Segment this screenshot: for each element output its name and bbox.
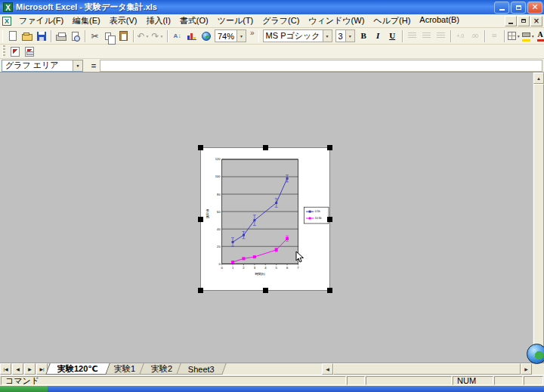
- standard-overflow-button[interactable]: »: [248, 29, 257, 37]
- copy-button[interactable]: [102, 29, 116, 43]
- align-left-icon: [408, 32, 416, 39]
- selection-handle-s[interactable]: [263, 288, 268, 293]
- menu-item-9[interactable]: Acrobat(B): [415, 14, 464, 28]
- menu-item-5[interactable]: ツール(T): [213, 14, 258, 28]
- name-box-dropdown-icon[interactable]: ▼: [73, 60, 82, 71]
- toolbar-grip-2[interactable]: [258, 30, 259, 42]
- undo-button: ↶▼: [136, 29, 150, 43]
- convert-to-adobe-pdf-and-email-button[interactable]: [22, 45, 36, 58]
- vertical-scrollbar-thumb[interactable]: [533, 84, 544, 351]
- selection-handle-e[interactable]: [327, 217, 332, 222]
- font-size-combo[interactable]: 3 ▼: [335, 29, 355, 42]
- workbook-close-button[interactable]: ×: [530, 16, 542, 26]
- restore-button[interactable]: [511, 2, 526, 14]
- horizontal-scrollbar-thumb[interactable]: [333, 363, 521, 375]
- svg-text:5: 5: [276, 266, 278, 270]
- decrease-decimal-button: .00: [468, 29, 482, 43]
- zoom-combo[interactable]: 74% ▼: [215, 29, 246, 42]
- toolbar-separator: [504, 30, 505, 42]
- convert-to-adobe-pdf-button[interactable]: [8, 45, 22, 58]
- chart-wizard-button[interactable]: [184, 29, 199, 43]
- font-color-button[interactable]: A▼: [536, 29, 544, 43]
- sheet-tab-label: 実験2: [151, 363, 172, 375]
- redo-dropdown-icon: ▼: [160, 34, 164, 39]
- font-size-dropdown-icon[interactable]: ▼: [345, 30, 354, 42]
- menu-item-1[interactable]: 編集(E): [68, 14, 105, 28]
- vertical-scrollbar[interactable]: ▲ ▼: [533, 73, 544, 363]
- start-button-fragment[interactable]: [0, 386, 48, 392]
- selection-handle-sw[interactable]: [198, 288, 203, 293]
- sheet-tab-label: 実験1: [114, 363, 135, 375]
- status-panel-1: [366, 376, 452, 385]
- formula-input[interactable]: [100, 60, 542, 72]
- cut-icon: ✂: [91, 32, 98, 41]
- menu-item-4[interactable]: 書式(O): [175, 14, 213, 28]
- chart-object[interactable]: 020406080100120012345670.5h10.5h測定値時間(h): [198, 145, 332, 293]
- first-sheet-button[interactable]: |◀: [0, 363, 11, 375]
- scroll-up-button[interactable]: ▲: [533, 73, 544, 84]
- svg-text:7: 7: [297, 266, 299, 270]
- toolbar-separator: [167, 30, 168, 42]
- underline-button[interactable]: U: [385, 29, 400, 43]
- selection-handle-w[interactable]: [198, 217, 203, 222]
- toolbar-row-2: [0, 45, 544, 59]
- chart-svg[interactable]: 020406080100120012345670.5h10.5h測定値時間(h): [201, 148, 329, 290]
- borders-button[interactable]: ▼: [507, 29, 521, 43]
- zoom-dropdown-icon[interactable]: ▼: [236, 30, 246, 42]
- workbook-restore-button[interactable]: [518, 16, 530, 26]
- acrobat-toolbar-grip[interactable]: [2, 45, 5, 57]
- drawing-button[interactable]: [199, 29, 213, 43]
- save-button[interactable]: [34, 29, 48, 43]
- print-button[interactable]: [54, 29, 68, 43]
- scroll-right-button[interactable]: ▶: [521, 363, 532, 375]
- prev-sheet-button[interactable]: ◀: [12, 363, 23, 375]
- workbook-minimize-button[interactable]: [505, 16, 517, 26]
- taskbar-fragment[interactable]: [48, 386, 544, 392]
- new-document-icon: [9, 31, 17, 41]
- next-sheet-button[interactable]: ▶: [24, 363, 36, 375]
- close-button[interactable]: ✕: [527, 2, 542, 14]
- italic-button[interactable]: I: [371, 29, 385, 43]
- align-left-button: [405, 29, 419, 43]
- chart-sheet-area[interactable]: 020406080100120012345670.5h10.5h測定値時間(h)…: [0, 73, 544, 363]
- print-preview-button[interactable]: [68, 29, 82, 43]
- sheet-tab-3[interactable]: Sheet3: [176, 363, 226, 375]
- scroll-left-button[interactable]: ◀: [322, 363, 333, 375]
- svg-text:0: 0: [221, 266, 224, 270]
- formula-bar: グラフ エリア ▼ =: [0, 59, 544, 73]
- fill-color-button[interactable]: ▼: [521, 29, 536, 43]
- horizontal-scrollbar[interactable]: ◀ ▶: [322, 363, 532, 375]
- svg-text:6: 6: [286, 266, 289, 270]
- sort-ascending-button[interactable]: A↓: [170, 29, 184, 43]
- fill-color-dropdown-icon[interactable]: ▼: [531, 34, 535, 39]
- selection-handle-se[interactable]: [327, 288, 332, 293]
- name-box[interactable]: グラフ エリア ▼: [2, 60, 83, 72]
- borders-dropdown-icon[interactable]: ▼: [517, 34, 521, 39]
- menu-item-7[interactable]: ウィンドウ(W): [304, 14, 369, 28]
- increase-indent-button: ≡: [487, 29, 502, 43]
- menu-bar: X ファイル(F)編集(E)表示(V)挿入(I)書式(O)ツール(T)グラフ(C…: [0, 14, 544, 28]
- toolbar-separator: [133, 30, 134, 42]
- sheet-tab-0[interactable]: 実験120℃: [45, 363, 110, 375]
- selection-handle-ne[interactable]: [327, 145, 332, 150]
- decrease-decimal-icon: .00: [471, 33, 478, 39]
- paste-button[interactable]: [116, 29, 131, 43]
- font-name-dropdown-icon[interactable]: ▼: [323, 30, 332, 42]
- open-button[interactable]: [20, 29, 34, 43]
- menu-item-6[interactable]: グラフ(C): [258, 14, 304, 28]
- bold-button[interactable]: B: [357, 29, 371, 43]
- menu-item-3[interactable]: 挿入(I): [141, 14, 175, 28]
- font-name-combo[interactable]: MS Pゴシック ▼: [263, 29, 332, 42]
- chart-area[interactable]: 020406080100120012345670.5h10.5h測定値時間(h): [200, 147, 330, 291]
- toolbar-separator: [450, 30, 451, 42]
- cut-button[interactable]: ✂: [88, 29, 102, 43]
- toolbar-grip[interactable]: [2, 30, 3, 42]
- menu-item-8[interactable]: ヘルプ(H): [369, 14, 415, 28]
- menu-item-2[interactable]: 表示(V): [105, 14, 142, 28]
- status-panel-0: [347, 376, 365, 385]
- new-document-button[interactable]: [5, 29, 20, 43]
- selection-handle-nw[interactable]: [198, 145, 203, 150]
- menu-item-0[interactable]: ファイル(F): [14, 14, 68, 28]
- selection-handle-n[interactable]: [263, 145, 268, 150]
- minimize-button[interactable]: [494, 2, 509, 14]
